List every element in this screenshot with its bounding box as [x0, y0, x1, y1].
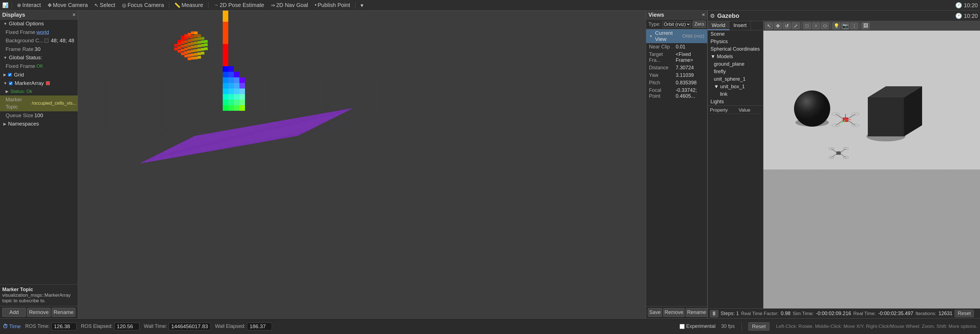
svg-rect-68	[198, 45, 201, 47]
gz-sphere-tool[interactable]: ○	[812, 22, 820, 29]
experimental-checkbox[interactable]	[679, 324, 685, 329]
gz-real-time-val: -0:00:02:35.497	[878, 311, 913, 317]
add-display-btn[interactable]: Add	[2, 308, 26, 317]
gz-rotate-tool[interactable]: ↺	[783, 22, 791, 29]
gz-firefly[interactable]: firefly	[708, 68, 763, 75]
views-current-view-item[interactable]: ▼ Current View Orbit (rviz)	[646, 29, 707, 43]
interact-label: Interact	[22, 2, 41, 8]
background-color-item[interactable]: Background C... 48; 48; 48	[0, 37, 78, 45]
displays-close-btn[interactable]: ×	[72, 12, 75, 18]
rviz-clock: 🕐 10:20	[955, 2, 978, 9]
gz-physics-item[interactable]: Physics	[708, 38, 763, 45]
gz-camera-tool[interactable]: 📷	[842, 22, 849, 29]
gz-unit-sphere[interactable]: unit_sphere_1	[708, 75, 763, 83]
views-near-clip-key: Near Clip .	[649, 44, 674, 50]
publish-point-btn[interactable]: • Publish Point	[313, 2, 352, 9]
views-close-btn[interactable]: ×	[702, 12, 705, 18]
global-status-item[interactable]: ▼ Global Status:	[0, 53, 78, 62]
views-yaw-val: 3.11039	[676, 72, 694, 78]
interact-btn[interactable]: ⊕ Interact	[15, 2, 43, 9]
gz-scale-tool[interactable]: ⤢	[792, 22, 800, 29]
reset-btn[interactable]: Reset	[748, 322, 770, 331]
focus-camera-btn[interactable]: ◎ Focus Camera	[120, 2, 165, 9]
views-remove-btn[interactable]: Remove	[663, 308, 685, 317]
gz-spherical-item[interactable]: Spherical Coordinates	[708, 45, 763, 53]
svg-rect-55	[184, 44, 188, 47]
views-type-select[interactable]: Orbit (rviz)	[662, 21, 691, 27]
select-btn[interactable]: ↖ Select	[93, 2, 117, 9]
gz-iterations-val: 12631	[939, 311, 953, 317]
views-zero-btn[interactable]: Zero	[692, 21, 706, 28]
grid-checkbox[interactable]	[8, 73, 12, 76]
queue-size-item[interactable]: Queue Size 100	[0, 111, 78, 120]
frame-rate-item[interactable]: Frame Rate 30	[0, 45, 78, 54]
extra-btn[interactable]: ▾	[359, 2, 365, 9]
rename-display-btn[interactable]: Rename	[52, 308, 75, 317]
global-options-item[interactable]: ▼ Global Options	[0, 19, 78, 28]
gz-translate-tool[interactable]: ✥	[774, 22, 782, 29]
svg-rect-89	[223, 66, 228, 72]
gz-light-tool[interactable]: 💡	[832, 22, 840, 29]
marker-topic-item[interactable]: Marker Topic /occupied_cells_vis...	[0, 95, 78, 111]
gazebo-3d-view[interactable]: ↖ ✥ ↺ ⤢ □ ○ ⬭ 💡 📷 ⋮ 🖼	[764, 21, 980, 309]
gazebo-sidebar: World Insert Scene Physics Spherical Coo…	[708, 21, 764, 309]
gz-box-tool[interactable]: □	[803, 22, 811, 29]
svg-rect-107	[234, 83, 239, 89]
pose-estimate-btn[interactable]: → 2D Pose Estimate	[212, 2, 266, 9]
namespaces-item[interactable]: ▶ Namespaces	[0, 120, 78, 128]
mouse-hint: Left-Click: Rotate. Middle-Click: Move X…	[776, 324, 977, 329]
gazebo-tabs: World Insert	[708, 21, 763, 30]
gz-screenshot-btn[interactable]: 🖼	[862, 22, 869, 29]
svg-rect-117	[239, 105, 245, 111]
extra-icon: ▾	[361, 2, 363, 9]
status-ok-item[interactable]: ▶ Status: Ok	[0, 87, 78, 95]
svg-rect-52	[174, 48, 178, 50]
svg-rect-87	[194, 57, 198, 59]
svg-rect-95	[223, 100, 228, 105]
gz-pause-btn[interactable]: ⏸	[710, 310, 718, 317]
gazebo-tab-insert[interactable]: Insert	[729, 21, 751, 30]
gz-models-arrow: ▼	[711, 54, 717, 59]
marker-topic-value: /occupied_cells_vis...	[32, 100, 76, 107]
gz-unit-box[interactable]: ▼ unit_box_1	[708, 83, 763, 91]
views-save-btn[interactable]: Save	[648, 308, 662, 317]
gz-cylinder-tool[interactable]: ⬭	[821, 22, 829, 29]
rviz-3d-view[interactable]	[78, 11, 646, 318]
nav-goal-btn[interactable]: ⇒ 2D Nav Goal	[269, 2, 310, 9]
fixed-frame-status-item[interactable]: Fixed Frame OK	[0, 62, 78, 71]
marker-array-item[interactable]: ▼ MarkerArray	[0, 79, 78, 87]
gz-reset-btn[interactable]: Reset	[955, 310, 974, 317]
gz-ground-plane[interactable]: ground_plane	[708, 60, 763, 68]
gz-lights[interactable]: Lights	[708, 98, 763, 105]
svg-rect-104	[228, 105, 234, 111]
marker-desc-label: Marker Topic	[2, 287, 75, 293]
marker-array-color	[46, 81, 50, 85]
time-text: Time	[9, 323, 21, 329]
rviz-scene	[78, 11, 646, 318]
gz-property-panel: Property Value	[708, 105, 763, 115]
gz-link[interactable]: link	[708, 91, 763, 98]
gz-select-tool[interactable]: ↖	[765, 22, 773, 29]
remove-display-btn[interactable]: Remove	[27, 308, 51, 317]
grid-item[interactable]: ▶ Grid	[0, 71, 78, 80]
gz-point-cloud-tool[interactable]: ⋮	[850, 22, 858, 29]
status-ok-arrow: ▶	[6, 89, 9, 94]
gz-prop-header: Property Value	[710, 107, 761, 114]
gz-models-item[interactable]: ▼ Models	[708, 53, 763, 60]
views-rename-btn[interactable]: Rename	[686, 308, 708, 317]
views-pitch-val: 0.835398	[676, 80, 697, 86]
move-camera-icon: ✥	[48, 2, 52, 8]
clock-value: 10:20	[964, 2, 978, 8]
move-camera-btn[interactable]: ✥ Move Camera	[46, 2, 90, 9]
svg-rect-0	[78, 11, 646, 318]
marker-array-checkbox[interactable]	[9, 81, 13, 85]
fixed-frame-item[interactable]: Fixed Frame world	[0, 28, 78, 37]
measure-btn[interactable]: 📏 Measure	[173, 2, 205, 9]
svg-rect-42	[198, 34, 201, 37]
global-status-label: Global Status:	[9, 54, 42, 62]
gazebo-tab-world[interactable]: World	[708, 21, 729, 30]
gz-scene-bg	[764, 30, 980, 309]
views-focal-key: Focal Point	[649, 87, 674, 99]
gz-scene-item[interactable]: Scene	[708, 30, 763, 38]
measure-icon: 📏	[174, 2, 180, 8]
